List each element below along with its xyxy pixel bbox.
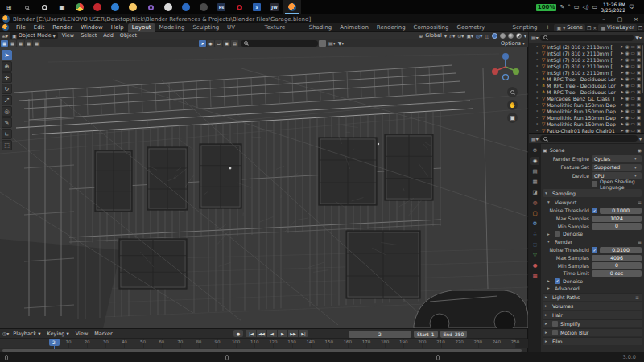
delete-scene-button[interactable]: × bbox=[592, 25, 597, 31]
show-desktop-button[interactable] bbox=[638, 0, 641, 14]
particles-tab-icon[interactable]: ∴ bbox=[530, 230, 539, 238]
photoshop-icon[interactable]: Ps bbox=[213, 0, 230, 14]
outliner-item[interactable]: •⋔M_RPC Tree - Deciduous Lor➤◉▭▣ bbox=[529, 88, 644, 95]
filter-cursor-icon[interactable]: ➤ bbox=[199, 40, 206, 47]
play-reverse-button[interactable]: ◀ bbox=[267, 330, 277, 337]
menu-select[interactable]: Select bbox=[78, 32, 99, 39]
outliner-item[interactable]: •▽IntSgl (7) 810 x 2110mm [➤◉▭▣ bbox=[529, 56, 644, 63]
settings-app-icon[interactable] bbox=[195, 0, 213, 14]
vp-denoise-label[interactable]: Denoise bbox=[563, 231, 583, 237]
menu-view[interactable]: View bbox=[60, 32, 76, 39]
shading-solid-icon[interactable] bbox=[500, 33, 506, 39]
outliner-item[interactable]: •⋔M_RPC Tree - Deciduous Lor➤◉▭▣ bbox=[529, 76, 644, 82]
chart-app-icon[interactable]: x bbox=[248, 0, 266, 14]
filter-eye-icon[interactable]: ◉ bbox=[207, 40, 214, 47]
texture-tab-icon[interactable]: ▦ bbox=[530, 272, 539, 280]
vp-denoise-checkbox[interactable] bbox=[555, 231, 560, 237]
filter-camera-icon[interactable]: ▣ bbox=[223, 40, 230, 47]
panel-motion-blur[interactable]: ▸Motion Blur bbox=[543, 328, 642, 336]
media-app-icon[interactable] bbox=[89, 0, 106, 14]
expand-dot-icon[interactable]: • bbox=[534, 121, 540, 126]
gizmo-z-neg-axis[interactable] bbox=[503, 75, 509, 80]
orientation-dropdown[interactable]: Global bbox=[425, 32, 442, 39]
outliner-search-input[interactable] bbox=[540, 35, 634, 41]
object-name[interactable]: IntSgl (7) 810 x 2110mm [ bbox=[547, 51, 620, 56]
disable-render-icon[interactable]: ▣ bbox=[637, 89, 641, 94]
expand-dot-icon[interactable]: • bbox=[534, 109, 540, 113]
disable-render-icon[interactable]: ▣ bbox=[637, 64, 641, 68]
panel-simplify[interactable]: ▸Simplify bbox=[543, 319, 642, 327]
tool-tab-icon[interactable]: ⚙ bbox=[530, 146, 539, 154]
vp-max-field[interactable]: 1024 bbox=[592, 216, 642, 223]
selectable-toggle-icon[interactable]: ➤ bbox=[620, 64, 624, 68]
menu-object[interactable]: Object bbox=[118, 32, 139, 39]
disable-viewport-icon[interactable]: ▭ bbox=[631, 109, 635, 113]
shading-material-icon[interactable] bbox=[508, 33, 514, 39]
outliner-item[interactable]: •▽Mercedes_Benz_GL_Class_T➤◉▭▣ bbox=[529, 95, 644, 101]
search-icon[interactable] bbox=[18, 0, 35, 14]
file-explorer-icon[interactable] bbox=[124, 0, 142, 14]
preset-icon[interactable]: ≡ bbox=[638, 239, 642, 245]
menu-keying[interactable]: Keying ▾ bbox=[45, 331, 72, 337]
menu-window[interactable]: Window bbox=[76, 24, 107, 31]
panel-sampling[interactable]: ▾Sampling bbox=[543, 189, 642, 197]
hide-viewport-icon[interactable]: ◉ bbox=[625, 102, 630, 107]
filter-funnel-icon[interactable]: ▼▾ bbox=[338, 40, 345, 46]
object-name[interactable]: IntSgl (2) 810 x 2110mm [ bbox=[547, 44, 620, 50]
workspace-tab-modeling[interactable]: Modeling bbox=[155, 23, 189, 32]
disable-viewport-icon[interactable]: ▭ bbox=[631, 128, 635, 133]
measure-tool[interactable]: ∟ bbox=[2, 129, 12, 139]
subpanel-viewport[interactable]: Viewport bbox=[555, 200, 576, 205]
start-icon[interactable]: ⊞ bbox=[0, 0, 18, 14]
workspace-tab-shading[interactable]: Shading bbox=[305, 23, 336, 32]
hide-viewport-icon[interactable]: ◉ bbox=[625, 115, 630, 120]
outliner-item[interactable]: •▽Patio-Chair01 Patio Chair01➤◉▭▣ bbox=[529, 127, 644, 134]
disable-viewport-icon[interactable]: ▭ bbox=[631, 70, 635, 75]
selectable-toggle-icon[interactable]: ➤ bbox=[620, 102, 624, 107]
add-workspace-button[interactable]: + bbox=[542, 23, 555, 32]
object-name[interactable]: Monolithic Run 150mm Dep bbox=[547, 115, 620, 121]
search-input[interactable] bbox=[241, 40, 318, 47]
object-name[interactable]: IntSgl (7) 810 x 2110mm [ bbox=[547, 64, 620, 69]
expand-dot-icon[interactable]: • bbox=[534, 96, 540, 101]
disable-render-icon[interactable]: ▣ bbox=[637, 128, 641, 133]
show-overlays-icon[interactable]: ◎▾ bbox=[476, 33, 482, 39]
breadcrumb[interactable]: Scene bbox=[550, 147, 565, 153]
disable-viewport-icon[interactable]: ▭ bbox=[631, 83, 635, 88]
r-max-field[interactable]: 4096 bbox=[592, 255, 642, 262]
hide-viewport-icon[interactable]: ◉ bbox=[625, 128, 630, 133]
r-noise-checkbox[interactable]: ✓ bbox=[592, 247, 597, 253]
end-frame-field[interactable]: End250 bbox=[440, 331, 468, 338]
hide-viewport-icon[interactable]: ◉ bbox=[625, 64, 630, 68]
disable-render-icon[interactable]: ▣ bbox=[637, 121, 641, 126]
expand-dot-icon[interactable]: • bbox=[534, 64, 540, 68]
edge-icon[interactable] bbox=[106, 0, 124, 14]
current-frame-field[interactable]: 2 bbox=[349, 331, 411, 338]
pan-view-icon[interactable]: ✋ bbox=[507, 100, 518, 110]
battery-icon[interactable]: ▭ bbox=[574, 4, 580, 10]
workspace-tab-layout[interactable]: Layout bbox=[128, 23, 155, 32]
outliner-item[interactable]: •⋔M_RPC Tree - Deciduous Lor➤◉▭▣ bbox=[529, 82, 644, 88]
hide-viewport-icon[interactable]: ◉ bbox=[625, 51, 630, 56]
mode-dropdown[interactable]: ▣ Object Mode ▾ bbox=[10, 32, 58, 39]
object-name[interactable]: M_RPC Tree - Deciduous Lor bbox=[547, 83, 620, 88]
outliner-item[interactable]: •▽IntSgl (7) 810 x 2110mm [➤◉▭▣ bbox=[529, 63, 644, 69]
output-tab-icon[interactable]: ▤ bbox=[530, 167, 539, 175]
blender-app-icon[interactable] bbox=[283, 0, 301, 14]
record-button[interactable]: ● bbox=[233, 330, 243, 337]
annotate-tool[interactable]: ✎ bbox=[2, 117, 12, 128]
navigation-gizmo[interactable] bbox=[490, 51, 521, 82]
simplify-checkbox[interactable] bbox=[552, 321, 558, 327]
outliner-item[interactable]: •▽Monolithic Run 150mm Dep➤◉▭▣ bbox=[529, 114, 644, 121]
xray-toggle-icon[interactable]: ◫ bbox=[485, 33, 489, 39]
menu-tl-view[interactable]: View bbox=[73, 331, 90, 337]
jump-to-start-button[interactable]: |◀ bbox=[246, 330, 256, 337]
feature-set-dropdown[interactable]: Supported▾ bbox=[592, 164, 642, 171]
options-dropdown[interactable]: Options ▾ bbox=[501, 40, 525, 47]
panel-hair[interactable]: ▸Hair bbox=[543, 311, 642, 319]
modifier-tab-icon[interactable]: ⚙ bbox=[530, 220, 539, 228]
workspace-tab-animation[interactable]: Animation bbox=[336, 23, 373, 32]
hide-viewport-icon[interactable]: ◉ bbox=[625, 44, 630, 49]
rotate-tool[interactable]: ↻ bbox=[2, 84, 12, 94]
prev-keyframe-button[interactable]: ◀◀ bbox=[257, 330, 266, 337]
